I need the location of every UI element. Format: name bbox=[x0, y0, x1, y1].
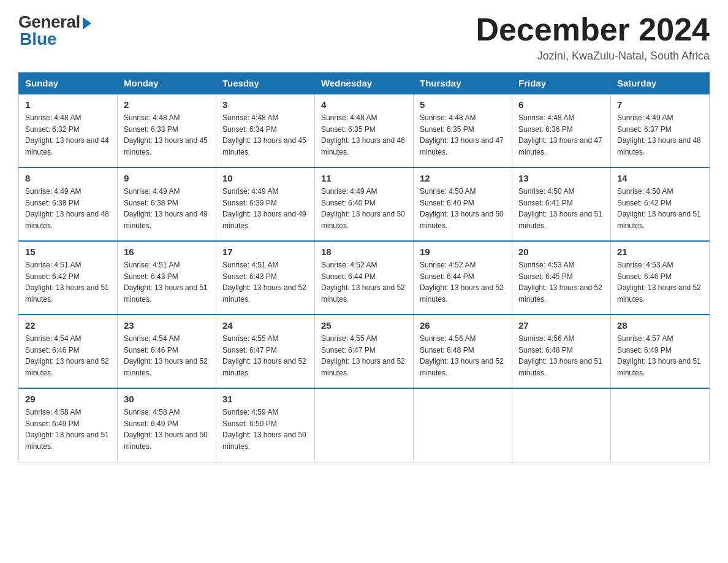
day-of-week-header: Sunday bbox=[19, 73, 118, 94]
day-of-week-header: Friday bbox=[512, 73, 611, 94]
calendar-day-cell: 12Sunrise: 4:50 AMSunset: 6:40 PMDayligh… bbox=[414, 167, 512, 241]
calendar-day-cell: 14Sunrise: 4:50 AMSunset: 6:42 PMDayligh… bbox=[611, 167, 710, 241]
logo: General Blue bbox=[18, 12, 91, 49]
day-number: 22 bbox=[25, 320, 111, 331]
day-info: Sunrise: 4:51 AMSunset: 6:43 PMDaylight:… bbox=[222, 259, 308, 305]
day-number: 11 bbox=[321, 173, 407, 183]
calendar-day-cell: 25Sunrise: 4:55 AMSunset: 6:47 PMDayligh… bbox=[315, 315, 414, 388]
day-number: 24 bbox=[222, 320, 308, 331]
day-number: 4 bbox=[321, 99, 407, 110]
calendar-day-cell: 30Sunrise: 4:58 AMSunset: 6:49 PMDayligh… bbox=[118, 388, 216, 462]
day-info: Sunrise: 4:50 AMSunset: 6:42 PMDaylight:… bbox=[617, 186, 703, 231]
day-number: 9 bbox=[124, 173, 210, 183]
day-info: Sunrise: 4:51 AMSunset: 6:42 PMDaylight:… bbox=[25, 259, 111, 305]
calendar-day-cell: 21Sunrise: 4:53 AMSunset: 6:46 PMDayligh… bbox=[611, 241, 710, 315]
day-info: Sunrise: 4:49 AMSunset: 6:37 PMDaylight:… bbox=[617, 112, 703, 158]
day-info: Sunrise: 4:53 AMSunset: 6:46 PMDaylight:… bbox=[617, 259, 703, 305]
day-of-week-header: Tuesday bbox=[216, 73, 315, 94]
calendar-day-cell: 28Sunrise: 4:57 AMSunset: 6:49 PMDayligh… bbox=[611, 315, 710, 388]
day-number: 15 bbox=[25, 247, 111, 257]
day-number: 31 bbox=[222, 394, 308, 404]
calendar-day-cell: 15Sunrise: 4:51 AMSunset: 6:42 PMDayligh… bbox=[19, 241, 118, 315]
day-number: 6 bbox=[518, 99, 604, 110]
day-info: Sunrise: 4:48 AMSunset: 6:35 PMDaylight:… bbox=[420, 112, 506, 158]
calendar-day-cell: 9Sunrise: 4:49 AMSunset: 6:38 PMDaylight… bbox=[118, 167, 216, 241]
calendar-day-cell: 27Sunrise: 4:56 AMSunset: 6:48 PMDayligh… bbox=[512, 315, 611, 388]
day-info: Sunrise: 4:58 AMSunset: 6:49 PMDaylight:… bbox=[124, 407, 210, 452]
calendar-day-cell bbox=[414, 388, 512, 462]
calendar-day-cell: 20Sunrise: 4:53 AMSunset: 6:45 PMDayligh… bbox=[512, 241, 611, 315]
calendar-week-row: 1Sunrise: 4:48 AMSunset: 6:32 PMDaylight… bbox=[19, 94, 710, 167]
day-info: Sunrise: 4:55 AMSunset: 6:47 PMDaylight:… bbox=[321, 333, 407, 378]
day-info: Sunrise: 4:49 AMSunset: 6:38 PMDaylight:… bbox=[25, 186, 111, 231]
day-number: 16 bbox=[124, 247, 210, 257]
month-title: December 2024 bbox=[476, 12, 710, 47]
day-info: Sunrise: 4:55 AMSunset: 6:47 PMDaylight:… bbox=[222, 333, 308, 378]
day-info: Sunrise: 4:52 AMSunset: 6:44 PMDaylight:… bbox=[321, 259, 407, 305]
days-of-week-row: SundayMondayTuesdayWednesdayThursdayFrid… bbox=[19, 73, 710, 94]
day-number: 3 bbox=[222, 99, 308, 110]
day-number: 28 bbox=[617, 320, 703, 331]
day-info: Sunrise: 4:48 AMSunset: 6:33 PMDaylight:… bbox=[124, 112, 210, 158]
day-number: 14 bbox=[617, 173, 703, 183]
day-info: Sunrise: 4:56 AMSunset: 6:48 PMDaylight:… bbox=[518, 333, 604, 378]
day-number: 26 bbox=[420, 320, 506, 331]
day-number: 19 bbox=[420, 247, 506, 257]
day-info: Sunrise: 4:50 AMSunset: 6:41 PMDaylight:… bbox=[518, 186, 604, 231]
title-block: December 2024 Jozini, KwaZulu-Natal, Sou… bbox=[476, 12, 710, 63]
day-info: Sunrise: 4:54 AMSunset: 6:46 PMDaylight:… bbox=[25, 333, 111, 378]
logo-blue-text: Blue bbox=[20, 29, 57, 49]
calendar-day-cell: 29Sunrise: 4:58 AMSunset: 6:49 PMDayligh… bbox=[19, 388, 118, 462]
day-number: 25 bbox=[321, 320, 407, 331]
day-info: Sunrise: 4:53 AMSunset: 6:45 PMDaylight:… bbox=[518, 259, 604, 305]
calendar-body: 1Sunrise: 4:48 AMSunset: 6:32 PMDaylight… bbox=[19, 94, 710, 462]
day-number: 8 bbox=[25, 173, 111, 183]
day-info: Sunrise: 4:50 AMSunset: 6:40 PMDaylight:… bbox=[420, 186, 506, 231]
day-info: Sunrise: 4:56 AMSunset: 6:48 PMDaylight:… bbox=[420, 333, 506, 378]
calendar-day-cell: 22Sunrise: 4:54 AMSunset: 6:46 PMDayligh… bbox=[19, 315, 118, 388]
calendar-day-cell: 2Sunrise: 4:48 AMSunset: 6:33 PMDaylight… bbox=[118, 94, 216, 167]
calendar-week-row: 29Sunrise: 4:58 AMSunset: 6:49 PMDayligh… bbox=[19, 388, 710, 462]
calendar-week-row: 8Sunrise: 4:49 AMSunset: 6:38 PMDaylight… bbox=[19, 167, 710, 241]
calendar-week-row: 22Sunrise: 4:54 AMSunset: 6:46 PMDayligh… bbox=[19, 315, 710, 388]
calendar-day-cell bbox=[315, 388, 414, 462]
calendar-day-cell: 5Sunrise: 4:48 AMSunset: 6:35 PMDaylight… bbox=[414, 94, 512, 167]
location-subtitle: Jozini, KwaZulu-Natal, South Africa bbox=[476, 50, 710, 63]
calendar-day-cell: 3Sunrise: 4:48 AMSunset: 6:34 PMDaylight… bbox=[216, 94, 315, 167]
day-number: 13 bbox=[518, 173, 604, 183]
calendar-day-cell: 4Sunrise: 4:48 AMSunset: 6:35 PMDaylight… bbox=[315, 94, 414, 167]
calendar-day-cell: 6Sunrise: 4:48 AMSunset: 6:36 PMDaylight… bbox=[512, 94, 611, 167]
calendar-day-cell: 13Sunrise: 4:50 AMSunset: 6:41 PMDayligh… bbox=[512, 167, 611, 241]
day-number: 10 bbox=[222, 173, 308, 183]
calendar-day-cell bbox=[611, 388, 710, 462]
calendar-week-row: 15Sunrise: 4:51 AMSunset: 6:42 PMDayligh… bbox=[19, 241, 710, 315]
calendar-day-cell: 8Sunrise: 4:49 AMSunset: 6:38 PMDaylight… bbox=[19, 167, 118, 241]
day-info: Sunrise: 4:49 AMSunset: 6:39 PMDaylight:… bbox=[222, 186, 308, 231]
calendar-day-cell bbox=[512, 388, 611, 462]
calendar-table: SundayMondayTuesdayWednesdayThursdayFrid… bbox=[18, 72, 710, 462]
day-number: 30 bbox=[124, 394, 210, 404]
day-number: 18 bbox=[321, 247, 407, 257]
calendar-header: SundayMondayTuesdayWednesdayThursdayFrid… bbox=[19, 73, 710, 94]
day-number: 2 bbox=[124, 99, 210, 110]
day-number: 27 bbox=[518, 320, 604, 331]
day-number: 20 bbox=[518, 247, 604, 257]
logo-arrow-icon bbox=[83, 17, 91, 29]
day-info: Sunrise: 4:57 AMSunset: 6:49 PMDaylight:… bbox=[617, 333, 703, 378]
calendar-day-cell: 16Sunrise: 4:51 AMSunset: 6:43 PMDayligh… bbox=[118, 241, 216, 315]
day-info: Sunrise: 4:49 AMSunset: 6:38 PMDaylight:… bbox=[124, 186, 210, 231]
day-of-week-header: Monday bbox=[118, 73, 216, 94]
day-info: Sunrise: 4:49 AMSunset: 6:40 PMDaylight:… bbox=[321, 186, 407, 231]
day-number: 12 bbox=[420, 173, 506, 183]
calendar-day-cell: 18Sunrise: 4:52 AMSunset: 6:44 PMDayligh… bbox=[315, 241, 414, 315]
day-info: Sunrise: 4:52 AMSunset: 6:44 PMDaylight:… bbox=[420, 259, 506, 305]
calendar-day-cell: 1Sunrise: 4:48 AMSunset: 6:32 PMDaylight… bbox=[19, 94, 118, 167]
day-number: 1 bbox=[25, 99, 111, 110]
day-info: Sunrise: 4:58 AMSunset: 6:49 PMDaylight:… bbox=[25, 407, 111, 452]
day-info: Sunrise: 4:59 AMSunset: 6:50 PMDaylight:… bbox=[222, 407, 308, 452]
page-header: General Blue December 2024 Jozini, KwaZu… bbox=[18, 12, 710, 63]
calendar-day-cell: 19Sunrise: 4:52 AMSunset: 6:44 PMDayligh… bbox=[414, 241, 512, 315]
day-number: 7 bbox=[617, 99, 703, 110]
day-of-week-header: Wednesday bbox=[315, 73, 414, 94]
day-info: Sunrise: 4:48 AMSunset: 6:36 PMDaylight:… bbox=[518, 112, 604, 158]
